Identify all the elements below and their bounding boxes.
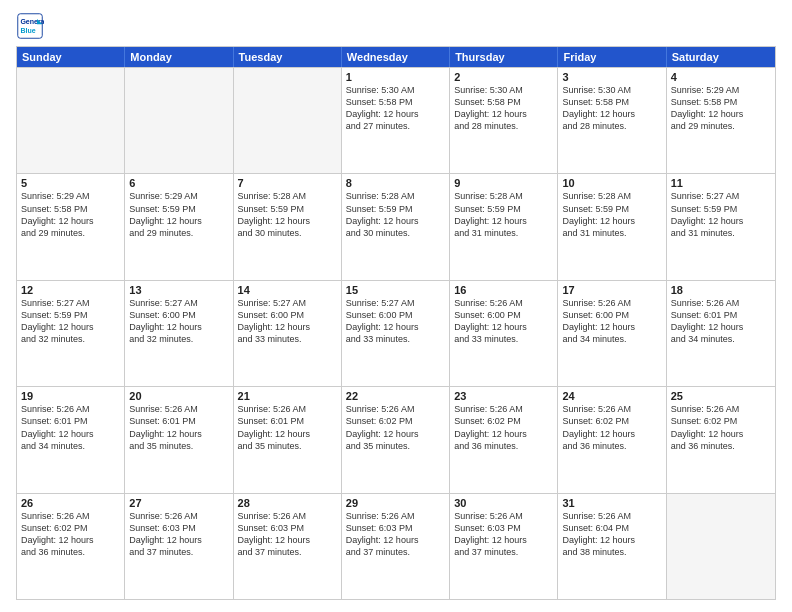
day-number: 11 [671,177,771,189]
day-info: Sunrise: 5:27 AM Sunset: 6:00 PM Dayligh… [238,297,337,346]
day-info: Sunrise: 5:27 AM Sunset: 5:59 PM Dayligh… [21,297,120,346]
calendar-cell: 3Sunrise: 5:30 AM Sunset: 5:58 PM Daylig… [558,68,666,173]
calendar-cell [667,494,775,599]
day-number: 27 [129,497,228,509]
day-info: Sunrise: 5:28 AM Sunset: 5:59 PM Dayligh… [346,190,445,239]
calendar-cell: 23Sunrise: 5:26 AM Sunset: 6:02 PM Dayli… [450,387,558,492]
calendar-cell: 7Sunrise: 5:28 AM Sunset: 5:59 PM Daylig… [234,174,342,279]
day-info: Sunrise: 5:26 AM Sunset: 6:02 PM Dayligh… [454,403,553,452]
day-number: 21 [238,390,337,402]
day-info: Sunrise: 5:26 AM Sunset: 6:01 PM Dayligh… [671,297,771,346]
calendar-cell: 8Sunrise: 5:28 AM Sunset: 5:59 PM Daylig… [342,174,450,279]
calendar-cell: 21Sunrise: 5:26 AM Sunset: 6:01 PM Dayli… [234,387,342,492]
day-info: Sunrise: 5:26 AM Sunset: 6:03 PM Dayligh… [454,510,553,559]
day-number: 1 [346,71,445,83]
calendar-header: SundayMondayTuesdayWednesdayThursdayFrid… [17,47,775,67]
calendar-cell: 13Sunrise: 5:27 AM Sunset: 6:00 PM Dayli… [125,281,233,386]
day-number: 20 [129,390,228,402]
day-number: 7 [238,177,337,189]
calendar-cell: 2Sunrise: 5:30 AM Sunset: 5:58 PM Daylig… [450,68,558,173]
day-number: 17 [562,284,661,296]
day-number: 3 [562,71,661,83]
day-info: Sunrise: 5:26 AM Sunset: 6:01 PM Dayligh… [21,403,120,452]
calendar-cell: 12Sunrise: 5:27 AM Sunset: 5:59 PM Dayli… [17,281,125,386]
day-info: Sunrise: 5:30 AM Sunset: 5:58 PM Dayligh… [562,84,661,133]
calendar-cell: 10Sunrise: 5:28 AM Sunset: 5:59 PM Dayli… [558,174,666,279]
day-info: Sunrise: 5:26 AM Sunset: 6:04 PM Dayligh… [562,510,661,559]
header: General Blue [16,12,776,40]
calendar-week: 5Sunrise: 5:29 AM Sunset: 5:58 PM Daylig… [17,173,775,279]
day-info: Sunrise: 5:29 AM Sunset: 5:59 PM Dayligh… [129,190,228,239]
day-number: 6 [129,177,228,189]
calendar-header-cell: Saturday [667,47,775,67]
day-info: Sunrise: 5:26 AM Sunset: 6:02 PM Dayligh… [21,510,120,559]
calendar-cell: 29Sunrise: 5:26 AM Sunset: 6:03 PM Dayli… [342,494,450,599]
calendar-week: 1Sunrise: 5:30 AM Sunset: 5:58 PM Daylig… [17,67,775,173]
day-info: Sunrise: 5:26 AM Sunset: 6:01 PM Dayligh… [129,403,228,452]
page: General Blue SundayMondayTuesdayWednesda… [0,0,792,612]
calendar: SundayMondayTuesdayWednesdayThursdayFrid… [16,46,776,600]
day-number: 14 [238,284,337,296]
day-info: Sunrise: 5:28 AM Sunset: 5:59 PM Dayligh… [238,190,337,239]
calendar-week: 19Sunrise: 5:26 AM Sunset: 6:01 PM Dayli… [17,386,775,492]
calendar-cell: 25Sunrise: 5:26 AM Sunset: 6:02 PM Dayli… [667,387,775,492]
calendar-cell: 20Sunrise: 5:26 AM Sunset: 6:01 PM Dayli… [125,387,233,492]
day-info: Sunrise: 5:29 AM Sunset: 5:58 PM Dayligh… [21,190,120,239]
day-number: 31 [562,497,661,509]
day-number: 12 [21,284,120,296]
calendar-body: 1Sunrise: 5:30 AM Sunset: 5:58 PM Daylig… [17,67,775,599]
calendar-cell: 28Sunrise: 5:26 AM Sunset: 6:03 PM Dayli… [234,494,342,599]
day-number: 29 [346,497,445,509]
calendar-header-cell: Thursday [450,47,558,67]
day-info: Sunrise: 5:29 AM Sunset: 5:58 PM Dayligh… [671,84,771,133]
day-info: Sunrise: 5:26 AM Sunset: 6:01 PM Dayligh… [238,403,337,452]
calendar-cell: 22Sunrise: 5:26 AM Sunset: 6:02 PM Dayli… [342,387,450,492]
calendar-cell: 30Sunrise: 5:26 AM Sunset: 6:03 PM Dayli… [450,494,558,599]
calendar-header-cell: Wednesday [342,47,450,67]
calendar-cell: 17Sunrise: 5:26 AM Sunset: 6:00 PM Dayli… [558,281,666,386]
day-info: Sunrise: 5:30 AM Sunset: 5:58 PM Dayligh… [454,84,553,133]
day-number: 23 [454,390,553,402]
day-info: Sunrise: 5:30 AM Sunset: 5:58 PM Dayligh… [346,84,445,133]
day-number: 8 [346,177,445,189]
calendar-cell: 27Sunrise: 5:26 AM Sunset: 6:03 PM Dayli… [125,494,233,599]
calendar-cell: 26Sunrise: 5:26 AM Sunset: 6:02 PM Dayli… [17,494,125,599]
calendar-cell: 5Sunrise: 5:29 AM Sunset: 5:58 PM Daylig… [17,174,125,279]
day-number: 16 [454,284,553,296]
day-number: 19 [21,390,120,402]
day-info: Sunrise: 5:27 AM Sunset: 6:00 PM Dayligh… [346,297,445,346]
calendar-cell: 24Sunrise: 5:26 AM Sunset: 6:02 PM Dayli… [558,387,666,492]
calendar-cell: 11Sunrise: 5:27 AM Sunset: 5:59 PM Dayli… [667,174,775,279]
calendar-week: 26Sunrise: 5:26 AM Sunset: 6:02 PM Dayli… [17,493,775,599]
calendar-cell: 4Sunrise: 5:29 AM Sunset: 5:58 PM Daylig… [667,68,775,173]
day-info: Sunrise: 5:27 AM Sunset: 5:59 PM Dayligh… [671,190,771,239]
day-info: Sunrise: 5:26 AM Sunset: 6:02 PM Dayligh… [346,403,445,452]
day-info: Sunrise: 5:26 AM Sunset: 6:03 PM Dayligh… [346,510,445,559]
calendar-week: 12Sunrise: 5:27 AM Sunset: 5:59 PM Dayli… [17,280,775,386]
svg-text:Blue: Blue [20,27,35,34]
calendar-cell: 18Sunrise: 5:26 AM Sunset: 6:01 PM Dayli… [667,281,775,386]
calendar-cell: 9Sunrise: 5:28 AM Sunset: 5:59 PM Daylig… [450,174,558,279]
day-number: 30 [454,497,553,509]
calendar-cell: 31Sunrise: 5:26 AM Sunset: 6:04 PM Dayli… [558,494,666,599]
logo-icon: General Blue [16,12,44,40]
calendar-cell: 14Sunrise: 5:27 AM Sunset: 6:00 PM Dayli… [234,281,342,386]
day-number: 18 [671,284,771,296]
day-info: Sunrise: 5:26 AM Sunset: 6:02 PM Dayligh… [562,403,661,452]
day-info: Sunrise: 5:26 AM Sunset: 6:02 PM Dayligh… [671,403,771,452]
day-info: Sunrise: 5:26 AM Sunset: 6:00 PM Dayligh… [562,297,661,346]
calendar-header-cell: Friday [558,47,666,67]
day-number: 22 [346,390,445,402]
day-number: 2 [454,71,553,83]
day-info: Sunrise: 5:27 AM Sunset: 6:00 PM Dayligh… [129,297,228,346]
calendar-cell: 6Sunrise: 5:29 AM Sunset: 5:59 PM Daylig… [125,174,233,279]
day-number: 26 [21,497,120,509]
day-number: 24 [562,390,661,402]
day-info: Sunrise: 5:28 AM Sunset: 5:59 PM Dayligh… [454,190,553,239]
calendar-header-cell: Sunday [17,47,125,67]
day-number: 28 [238,497,337,509]
day-number: 15 [346,284,445,296]
calendar-header-cell: Tuesday [234,47,342,67]
day-number: 5 [21,177,120,189]
calendar-header-cell: Monday [125,47,233,67]
